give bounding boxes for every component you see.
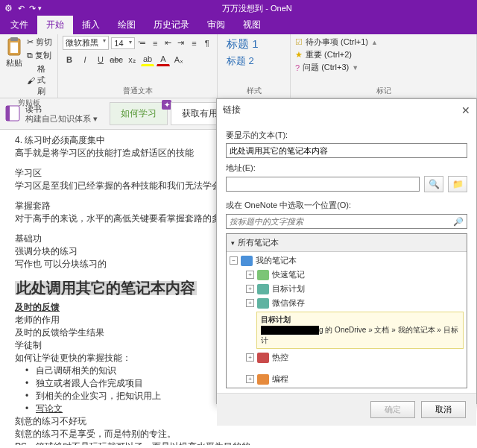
style-heading2[interactable]: 标题 2 — [222, 53, 285, 69]
menu-draw[interactable]: 绘图 — [109, 16, 145, 34]
cancel-button[interactable]: 取消 — [421, 401, 466, 418]
search-icon[interactable]: 🔎 — [450, 215, 467, 228]
collapse-icon[interactable]: − — [230, 256, 238, 265]
bullets-button[interactable]: ≔ — [137, 37, 148, 50]
tree-node-section[interactable]: +微信保存 — [230, 296, 464, 310]
dialog-title: 链接 — [223, 104, 241, 116]
qat-redo-icon[interactable]: ↷ — [29, 4, 36, 13]
brush-icon: 🖌 — [27, 76, 35, 85]
outdent-button[interactable]: ⇤ — [162, 37, 173, 50]
ok-button[interactable]: 确定 — [370, 401, 415, 418]
section-icon — [257, 270, 269, 280]
label-address: 地址(E): — [226, 163, 467, 174]
group-tags-label: 标记 — [295, 86, 472, 98]
tag-important[interactable]: ★重要 (Ctrl+2) — [295, 48, 472, 61]
display-text-input[interactable] — [226, 143, 467, 158]
expand-icon[interactable]: + — [246, 375, 254, 383]
style-heading1[interactable]: 标题 1 — [222, 36, 285, 53]
folder-icon: 📁 — [452, 179, 464, 189]
text-line: 刻意的练习不是享受，而是特别的专注。 — [15, 428, 471, 441]
chevron-down-icon: ▾ — [103, 37, 106, 48]
svg-rect-2 — [10, 42, 18, 53]
font-name-combo[interactable]: 微软雅黑▾ — [63, 36, 109, 50]
format-painter-button[interactable]: 🖌格式刷 — [27, 63, 53, 98]
svg-rect-1 — [10, 37, 18, 41]
bold-button[interactable]: B — [63, 53, 76, 66]
breadcrumb[interactable]: 构建自己知识体系 ▾ — [25, 114, 98, 124]
text-line: PS：篮球绝对不是玩玩就可以了，而是以提高水平为目的的。 — [15, 441, 471, 445]
location-tree[interactable]: ▾所有笔记本 −我的笔记本 +快速笔记 +目标计划 +微信保存 目标计划 g 的… — [226, 233, 467, 388]
svg-rect-4 — [6, 106, 10, 121]
checkbox-icon: ☑ — [295, 37, 303, 47]
tooltip: 目标计划 g 的 OneDrive » 文档 » 我的笔记本 » 目标计 — [256, 312, 464, 349]
italic-button[interactable]: I — [78, 53, 92, 66]
copy-button[interactable]: ⧉复制 — [27, 49, 53, 62]
tag-todo[interactable]: ☑待办事项 (Ctrl+1)▲ — [295, 36, 472, 48]
label-display-text: 要显示的文本(T): — [226, 130, 467, 141]
label-or-pick: 或在 OneNote 中选取一个位置(O): — [226, 200, 467, 211]
section-icon — [257, 374, 269, 385]
notebook-icon — [241, 256, 253, 266]
tree-node-section[interactable]: +快速笔记 — [230, 268, 464, 282]
search-box[interactable]: 🔎 — [226, 214, 467, 229]
close-icon[interactable]: ✕ — [461, 104, 470, 116]
group-basic-label: 普通文本 — [63, 86, 212, 98]
redacted-text — [261, 326, 319, 335]
tree-root[interactable]: ▾所有笔记本 — [227, 234, 467, 252]
subscript-button[interactable]: x₂ — [125, 53, 139, 66]
strike-button[interactable]: abc — [110, 53, 123, 66]
menu-review[interactable]: 审阅 — [198, 16, 234, 34]
group-styles-label: 样式 — [222, 86, 285, 98]
search-input[interactable] — [227, 215, 450, 228]
expand-icon[interactable]: + — [246, 353, 254, 362]
address-input[interactable] — [226, 177, 420, 192]
tag-question[interactable]: ?问题 (Ctrl+3)▼ — [295, 61, 472, 74]
star-icon: ★ — [295, 50, 303, 60]
expand-icon[interactable]: + — [246, 285, 254, 293]
selected-text[interactable]: 此处调用其它的笔记本内容 — [15, 281, 197, 295]
tree-node-section[interactable]: +编程 — [230, 372, 464, 386]
tree-node-notebook[interactable]: −我的笔记本 — [230, 253, 464, 268]
expand-icon[interactable]: + — [246, 299, 254, 307]
section-icon — [257, 298, 269, 309]
section-icon — [257, 353, 269, 363]
menu-view[interactable]: 视图 — [234, 16, 270, 34]
globe-search-icon: 🔍 — [429, 179, 440, 189]
chevron-down-icon: ▾ — [129, 39, 132, 48]
cut-button[interactable]: ✂剪切 — [27, 36, 53, 48]
numbering-button[interactable]: ≡ — [150, 37, 160, 50]
settings-icon[interactable]: ⚙ — [4, 3, 13, 13]
notebook-name[interactable]: 读书 — [25, 104, 98, 114]
clear-format-button[interactable]: Aₓ — [172, 53, 186, 66]
expand-icon[interactable]: + — [246, 271, 254, 279]
browse-file-button[interactable]: 📁 — [448, 176, 467, 192]
menu-file[interactable]: 文件 — [1, 16, 37, 34]
tree-node-section[interactable]: +热控 — [230, 350, 464, 365]
copy-icon: ⧉ — [27, 51, 33, 60]
notebook-icon[interactable] — [3, 104, 22, 124]
highlight-button[interactable]: ab — [141, 53, 154, 66]
link-dialog: 链接 ✕ 要显示的文本(T): 地址(E): 🔍 📁 或在 OneNote 中选… — [216, 98, 477, 404]
question-icon: ? — [295, 63, 300, 72]
font-color-button[interactable]: A — [157, 53, 170, 66]
clipboard-icon — [6, 37, 22, 57]
browse-web-button[interactable]: 🔍 — [424, 176, 443, 192]
align-button[interactable]: ≡ — [189, 37, 199, 50]
chevron-down-icon: ▾ — [231, 239, 235, 247]
menu-insert[interactable]: 插入 — [73, 16, 109, 34]
qat-undo-icon[interactable]: ↶ — [18, 4, 25, 13]
window-title: 万万没想到 - OneN — [42, 3, 473, 14]
section-icon — [257, 284, 269, 294]
indent-button[interactable]: ⇥ — [176, 37, 186, 50]
menu-history[interactable]: 历史记录 — [145, 16, 198, 34]
tab-section-1[interactable]: ✦如何学习 — [110, 102, 168, 125]
underline-button[interactable]: U — [94, 53, 107, 66]
tree-node-section[interactable]: +目标计划 — [230, 282, 464, 296]
paste-button[interactable]: 粘贴 — [4, 36, 24, 98]
menu-home[interactable]: 开始 — [37, 16, 73, 34]
font-size-combo[interactable]: 14▾ — [111, 37, 134, 49]
paragraph-button[interactable]: ¶ — [202, 37, 212, 50]
scissors-icon: ✂ — [27, 37, 34, 47]
